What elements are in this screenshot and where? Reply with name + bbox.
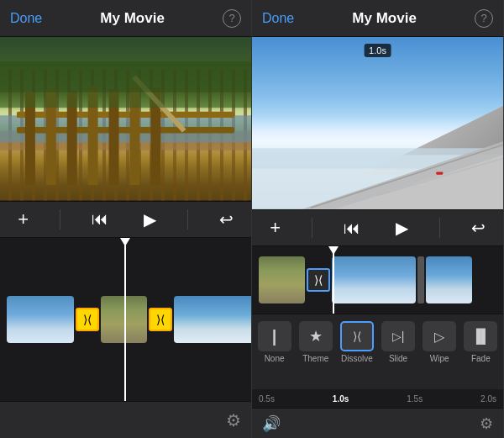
left-undo-button[interactable]: ↩	[214, 204, 239, 235]
right-header: Done My Movie ?	[252, 0, 503, 37]
right-volume-button[interactable]: 🔊	[262, 414, 281, 433]
right-add-button[interactable]: +	[265, 212, 286, 244]
ruler-15s: 1.5s	[407, 394, 423, 404]
trans-theme-label: Theme	[302, 354, 328, 363]
trans-theme-option[interactable]: ★ Theme	[299, 321, 333, 363]
trans-slide-icon: ▷|	[381, 321, 415, 351]
ruler-marks: 0.5s 1.0s 1.5s 2.0s	[259, 394, 496, 404]
left-divider-2	[187, 209, 188, 230]
left-clip-1[interactable]	[7, 296, 74, 343]
trans-dissolve-option[interactable]: ⟩⟨ Dissolve	[340, 321, 374, 363]
left-header: Done My Movie ?	[0, 0, 251, 37]
right-track: ⟩⟨	[252, 256, 503, 303]
left-toolbar: + ⏮ ▶ ↩	[0, 201, 251, 238]
left-playhead	[124, 238, 126, 402]
trans-none-option[interactable]: | None	[258, 321, 291, 363]
right-preview: 1.0s	[252, 37, 503, 209]
trans-none-label: None	[265, 354, 285, 363]
right-toolbar: + ⏮ ▶ ↩	[252, 209, 503, 246]
trans-dissolve-label: Dissolve	[341, 354, 373, 363]
right-transition-selected[interactable]: ⟩⟨	[307, 268, 330, 292]
left-panel: Done My Movie ?	[0, 0, 252, 438]
right-playhead	[333, 246, 334, 314]
right-title: My Movie	[352, 10, 417, 27]
right-help-button[interactable]: ?	[475, 9, 493, 28]
trans-wipe-icon: ▷	[423, 321, 456, 351]
right-settings-button[interactable]: ⚙	[480, 414, 493, 433]
left-add-button[interactable]: +	[13, 203, 34, 235]
right-play-button[interactable]: ▶	[391, 213, 413, 243]
right-panel: Done My Movie ? 1.0s	[252, 0, 504, 438]
trans-dissolve-icon: ⟩⟨	[340, 321, 374, 351]
trans-wipe-label: Wipe	[430, 354, 449, 363]
trans-slide-option[interactable]: ▷| Slide	[381, 321, 415, 363]
trans-slide-label: Slide	[389, 354, 407, 363]
svg-rect-20	[436, 172, 443, 175]
left-title: My Movie	[100, 10, 165, 27]
left-timeline: ⟩⟨ ⟩⟨	[0, 238, 251, 402]
ruler-20s: 2.0s	[480, 394, 496, 404]
right-clip-separator	[417, 256, 424, 303]
trans-none-icon: |	[258, 321, 291, 351]
ruler-10s: 1.0s	[333, 394, 349, 404]
left-bottom-bar: ⚙	[0, 401, 251, 438]
left-clip-3[interactable]	[174, 296, 251, 343]
timestamp-badge: 1.0s	[364, 44, 391, 57]
trans-fade-option[interactable]: ▐▌ Fade	[464, 321, 497, 363]
left-rewind-button[interactable]: ⏮	[87, 204, 113, 234]
right-bottom-bar: 🔊 ⚙	[252, 408, 503, 438]
right-clip-3[interactable]	[426, 256, 472, 303]
ruler-05s: 0.5s	[259, 394, 275, 404]
left-help-button[interactable]: ?	[223, 9, 241, 28]
left-settings-button[interactable]: ⚙	[226, 410, 241, 430]
clouds-svg	[252, 114, 503, 209]
trans-theme-icon: ★	[299, 321, 333, 351]
svg-rect-14	[0, 61, 251, 92]
right-ruler: 0.5s 1.0s 1.5s 2.0s	[252, 389, 503, 408]
right-timeline: ⟩⟨	[252, 246, 503, 314]
right-divider-2	[439, 218, 440, 238]
left-done-button[interactable]: Done	[10, 11, 42, 26]
right-done-button[interactable]: Done	[262, 11, 294, 26]
left-preview	[0, 37, 251, 201]
right-clip-1[interactable]	[259, 256, 305, 303]
trans-fade-label: Fade	[471, 354, 491, 363]
right-undo-button[interactable]: ↩	[466, 213, 491, 243]
trans-fade-icon: ▐▌	[464, 321, 497, 351]
left-transition-1[interactable]: ⟩⟨	[76, 308, 99, 331]
trans-wipe-option[interactable]: ▷ Wipe	[423, 321, 456, 363]
transition-panel: | None ★ Theme ⟩⟨ Dissolve ▷| Slide ▷ Wi…	[252, 314, 503, 389]
transition-options: | None ★ Theme ⟩⟨ Dissolve ▷| Slide ▷ Wi…	[252, 314, 503, 367]
left-play-button[interactable]: ▶	[139, 204, 161, 235]
fence-svg	[0, 61, 251, 200]
left-divider-1	[60, 209, 60, 230]
right-rewind-button[interactable]: ⏮	[339, 214, 365, 243]
right-clip-2[interactable]	[332, 256, 416, 303]
left-transition-2[interactable]: ⟩⟨	[149, 308, 172, 331]
right-divider-1	[312, 218, 312, 238]
